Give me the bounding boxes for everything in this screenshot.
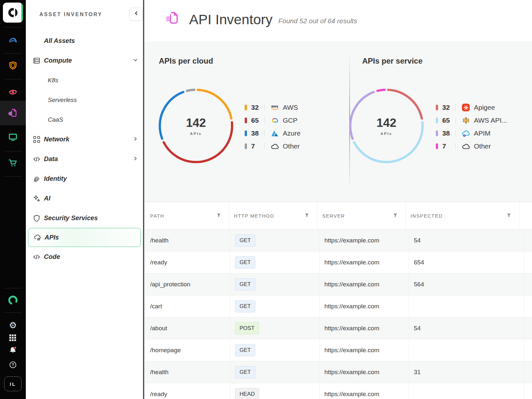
cell-server: https://example.com [324,303,379,310]
table-row[interactable]: /homepageGEThttps://example.com [145,339,532,361]
sidebar: ASSET INVENTORY All AssetsComputeK8sServ… [26,0,143,399]
sidebar-item-data[interactable]: Data [26,149,143,169]
cell-path: /ready [150,391,167,398]
gcp-icon [270,116,279,125]
column-header-server[interactable]: SERVER [317,202,406,229]
svg-text:aws: aws [271,104,278,108]
legend-color-tick [436,118,438,123]
legend-color-tick [245,118,247,123]
table-row[interactable]: /aboutPOSThttps://example.com54 [145,317,532,339]
legend-label: AWS [283,104,298,111]
cell-overflow [524,230,532,251]
sidebar-item-security-services[interactable]: Security Services [26,208,143,228]
dashboard-gauge-icon[interactable] [0,35,26,46]
sidebar-item-ai[interactable]: AI [26,189,143,208]
cell-method-container: POST [230,317,320,339]
cloud-icon [461,142,470,151]
code-icon [32,252,41,261]
legend-separator [264,130,265,137]
donut-chart-apis-per-cloud: 142APIs [157,87,235,165]
notifications-bell-icon[interactable] [0,344,26,356]
api-inventory-rail-icon[interactable] [0,107,26,119]
cell-overflow [524,273,532,295]
cell-inspected: 654 [414,259,424,266]
chevron-right-icon[interactable] [133,136,138,142]
status-ring-icon[interactable] [0,294,26,306]
sidebar-item-label: Compute [44,57,72,64]
fingerprint-icon [32,174,41,183]
endpoints-monitor-icon[interactable] [0,131,26,143]
sparkles-icon [32,194,41,203]
legend-label: APIM [474,129,490,137]
table-row[interactable]: /readyGEThttps://example.com654 [145,251,532,273]
cell-inspected: 31 [414,369,421,376]
cell-server: https://example.com [324,281,379,288]
legend-count: 7 [442,142,454,150]
sidebar-item-code[interactable]: Code [26,247,143,267]
aws-icon: aws [270,103,279,112]
column-header-inspected[interactable]: INSPECTED [406,202,519,229]
filter-funnel-icon[interactable] [393,213,398,219]
cell-inspected-container: 54 [409,317,524,339]
cell-inspected-container: 564 [409,273,524,295]
sidebar-item-all-assets[interactable]: All Assets [26,31,143,51]
http-method-badge: GET [235,366,255,378]
marketplace-cart-icon[interactable] [0,157,26,169]
brand-logo[interactable] [3,3,23,23]
http-method-badge: GET [235,278,255,291]
cell-inspected: 54 [414,237,421,244]
table-row[interactable]: /cartGEThttps://example.com [145,295,532,317]
chevron-down-icon[interactable] [133,57,138,64]
sidebar-item-compute[interactable]: Compute [26,51,143,70]
rail-divider [4,176,22,177]
sidebar-item-serverless[interactable]: Serverless [26,90,143,110]
sidebar-title: ASSET INVENTORY [39,12,102,17]
table-row[interactable]: /readyHEADhttps://example.com [145,383,532,399]
cell-path: /cart [150,303,162,310]
cell-server-container: https://example.com [320,273,409,295]
legend-count: 65 [251,117,263,124]
legend-color-tick [245,143,247,149]
legend-color-tick [436,105,438,110]
sidebar-collapse-button[interactable] [129,7,143,21]
cell-path-container: /ready [145,383,230,399]
sidebar-item-k8s[interactable]: K8s [26,70,143,90]
chevron-right-icon[interactable] [133,156,138,162]
sidebar-item-identity[interactable]: Identity [26,169,143,189]
sidebar-item-network[interactable]: Network [26,129,143,149]
sidebar-item-apis[interactable]: APIs [28,228,141,247]
sidebar-item-caas[interactable]: CaaS [26,110,143,129]
legend-label: Azure [283,129,301,137]
table-row[interactable]: /api_protectionGEThttps://example.com564 [145,273,532,295]
settings-gear-icon[interactable]: ⚙ [0,320,26,331]
cloud-icon [270,142,279,151]
sidebar-edge-divider [143,0,144,399]
filter-funnel-icon[interactable] [304,213,309,219]
cell-path-container: /api_protection [145,273,230,295]
legend-count: 32 [442,104,454,111]
page-title: API Inventory [189,12,272,27]
rail-divider [4,53,22,54]
security-shield-icon[interactable] [0,60,26,71]
visibility-eye-icon[interactable] [0,86,26,98]
table-row[interactable]: /healthGEThttps://example.com31 [145,361,532,383]
svg-text:?: ? [12,362,14,367]
filter-funnel-icon[interactable] [216,213,221,219]
legend-count: 38 [251,129,263,137]
table-row[interactable]: /healthGEThttps://example.com54 [145,230,532,251]
column-header-path[interactable]: PATH [145,202,229,229]
legend-color-tick [245,130,247,136]
user-avatar[interactable]: IL [4,376,22,391]
cell-inspected-container [409,383,524,399]
legend-separator [455,104,456,111]
cell-method-container: GET [230,339,320,361]
cell-server-container: https://example.com [320,251,409,273]
awsapigw-icon [461,116,470,125]
filter-funnel-icon[interactable] [506,213,511,219]
apps-grid-icon[interactable] [0,332,26,344]
help-icon[interactable]: ? [0,359,26,371]
column-header-http-method[interactable]: HTTP METHOD [229,202,318,229]
cell-inspected: 54 [414,325,421,332]
sidebar-item-label: All Assets [44,37,75,45]
cell-method-container: GET [230,251,320,273]
